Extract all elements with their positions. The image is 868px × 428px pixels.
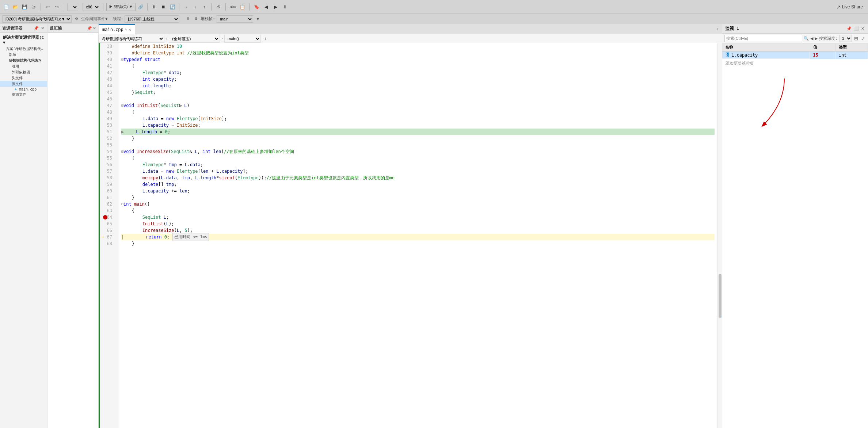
sidebar-item-resources[interactable]: 资源文件 [0, 92, 47, 98]
open-btn[interactable]: 📂 [11, 3, 19, 11]
scope-arrow-2: › [220, 37, 224, 41]
save-btn[interactable]: 💾 [20, 3, 28, 11]
redo-btn[interactable]: ↪ [53, 3, 61, 11]
sep4 [147, 3, 148, 11]
watch-header-actions: 📌 ⬜ ✕ [846, 26, 865, 31]
second-toolbar: [0260] 考研数据结构代码练习.e▼ ⚙ 生命周期事件▼ 线程: [1976… [0, 14, 868, 24]
thread-label: 线程: [113, 16, 123, 22]
debug-config-dropdown[interactable]: Debug [67, 3, 78, 11]
project-dropdown[interactable]: [0260] 考研数据结构代码练习.e▼ [2, 15, 72, 23]
code-line-38: #define InitSize 10 [121, 43, 715, 50]
ln-49: 49 [100, 115, 115, 122]
step-into-btn[interactable]: → [182, 3, 190, 11]
editor-vscroll[interactable] [717, 43, 722, 428]
watch-float-btn[interactable]: ⬜ [853, 26, 860, 31]
code-line-65: InitList(L); [121, 221, 715, 227]
watch-row-lcapacity[interactable]: 🗄 L.capacity 15 int [722, 51, 868, 59]
sidebar-item-source-files[interactable]: 源文件 [0, 81, 47, 87]
file-toolbar-group: 📄 📂 💾 🗂 [2, 3, 38, 11]
undo-btn[interactable]: ↩ [44, 3, 52, 11]
save-all-btn[interactable]: 🗂 [30, 3, 38, 11]
liveshare-btn[interactable]: ↗ Live Share [833, 3, 866, 11]
main-layout: 资源管理器 📌 ✕ 解决方案资源管理器(C ▼ 方案'考研数据结构代码 部源 研… [0, 24, 868, 428]
sidebar-item-headers[interactable]: 头文件 [0, 75, 47, 81]
watch-search-next-btn[interactable]: ▶ [815, 36, 818, 41]
scope-add-btn[interactable]: + [262, 35, 269, 42]
watch-expand-btn[interactable]: ⤢ [860, 36, 866, 41]
sidebar-item-project[interactable]: 研数据结构代码练习 [0, 58, 47, 64]
watch-close-btn[interactable]: ✕ [860, 26, 865, 31]
top-toolbar: 📄 📂 💾 🗂 ↩ ↪ Debug x86 ▶ 继续(C) ▼ 🔗 ⏸ ⏹ 🔄 … [0, 0, 868, 14]
prev-bookmark-btn[interactable]: ◀ [262, 3, 270, 11]
attach-btn[interactable]: 🔗 [137, 3, 145, 11]
word-wrap-btn[interactable]: abc [229, 3, 237, 11]
stack-up-btn[interactable]: ⬆ [184, 16, 191, 22]
stack-down-btn[interactable]: ⬇ [193, 16, 199, 22]
step-back-btn[interactable]: ↑ [200, 3, 208, 11]
disasm-close-btn[interactable]: ✕ [93, 26, 96, 31]
watch-col-btn[interactable]: ⊞ [853, 36, 859, 41]
sep2 [64, 3, 64, 11]
sidebar-item-references[interactable]: 引用 [0, 64, 47, 69]
sidebar-close-btn[interactable]: ✕ [40, 26, 45, 31]
watch-panel: 监视 1 📌 ⬜ ✕ 🔍 ◀ ▶ 搜索深度: 3 ⊞ ⤢ [722, 24, 868, 428]
copy-btn[interactable]: 📋 [238, 3, 246, 11]
frame-options-btn[interactable]: ▼ [255, 16, 261, 22]
watch-depth-select[interactable]: 3 [839, 35, 852, 42]
watch-pin-btn[interactable]: 📌 [846, 26, 852, 31]
code-content[interactable]: #define InitSize 10 #define Elemtype int… [118, 43, 717, 428]
liveshare-icon: ↗ [836, 4, 841, 10]
step-over-btn[interactable]: ⏸ [150, 3, 158, 11]
watch-title: 监视 1 [725, 26, 739, 32]
thread-dropdown[interactable]: [19760] 主线程 [125, 15, 179, 23]
sidebar-item-solution[interactable]: 方案'考研数据结构代码 [0, 46, 47, 52]
sidebar-item-main-cpp[interactable]: + main.cpp [0, 87, 47, 92]
code-line-56: Elemtype* tmp = L.data; [121, 161, 715, 168]
code-line-50: L.capacity = InitSize; [121, 122, 715, 129]
code-line-45: }SeqList; [121, 89, 715, 96]
watch-search-bar: 🔍 ◀ ▶ 搜索深度: 3 ⊞ ⤢ [722, 34, 868, 43]
ln-57: 57 [100, 168, 115, 175]
scope-select-3[interactable]: main() [224, 35, 261, 43]
clear-bookmarks-btn[interactable]: ⬆ [281, 3, 289, 11]
sep6 [211, 3, 212, 11]
ln-41: 41 [100, 63, 115, 69]
watch-search-input[interactable] [724, 35, 802, 42]
code-line-63: { [121, 207, 715, 214]
stackframe-dropdown[interactable]: main [217, 15, 253, 23]
disasm-pin-btn[interactable]: 📌 [87, 26, 92, 31]
break-all-btn[interactable]: ⏹ [159, 3, 167, 11]
show-next-stmt-btn[interactable]: ⟲ [214, 3, 222, 11]
new-file-btn[interactable]: 📄 [2, 3, 10, 11]
code-line-60: L.capacity += len; [121, 188, 715, 194]
watch-search-btn[interactable]: 🔍 [804, 36, 809, 41]
tab-main-cpp[interactable]: main.cpp ✎ ✕ [99, 24, 135, 34]
watch-search-prev-btn[interactable]: ◀ [810, 36, 813, 41]
continue-btn[interactable]: ▶ 继续(C) ▼ [106, 3, 136, 11]
scope-select-2[interactable]: (全局范围) [169, 35, 220, 43]
step-out-btn[interactable]: ↓ [191, 3, 199, 11]
sidebar-pin-btn[interactable]: 📌 [33, 26, 39, 31]
sidebar-header-btns: 📌 ✕ [33, 26, 45, 31]
editor-area: main.cpp ✎ ✕ + 考研数据结构代码练习 › (全局范围) › mai… [99, 24, 722, 428]
sidebar-item-external-deps[interactable]: 外部依赖项 [0, 69, 47, 75]
new-tab-btn[interactable]: + [714, 25, 722, 33]
tab-close-btn[interactable]: ✕ [129, 27, 131, 32]
code-container: 38 39 40 41 42 43 44 45 46 47 48 49 50 5… [99, 43, 722, 428]
sidebar-item-source[interactable]: 部源 [0, 52, 47, 58]
scope-select-1[interactable]: 考研数据结构代码练习 [99, 35, 164, 43]
solution-section-title[interactable]: 解决方案资源管理器(C ▼ [0, 34, 47, 46]
ln-52: 52 [100, 135, 115, 142]
lifecycle-btn[interactable]: ⚙ [73, 16, 80, 22]
restart-btn[interactable]: 🔄 [168, 3, 176, 11]
exec-arrow-51: ▶ [121, 129, 124, 135]
sep1 [41, 3, 41, 11]
watch-add-hint[interactable]: 添加要监视的项 [722, 59, 868, 68]
watch-col-name: 名称 [722, 43, 810, 51]
code-line-49: L.data = new Elemtype[InitSize]; [121, 115, 715, 122]
code-line-61: } [121, 194, 715, 201]
next-bookmark-btn[interactable]: ▶ [271, 3, 279, 11]
bookmark-btn[interactable]: 🔖 [252, 3, 260, 11]
arch-dropdown[interactable]: x86 [83, 3, 100, 11]
vscroll-thumb[interactable] [719, 274, 722, 318]
